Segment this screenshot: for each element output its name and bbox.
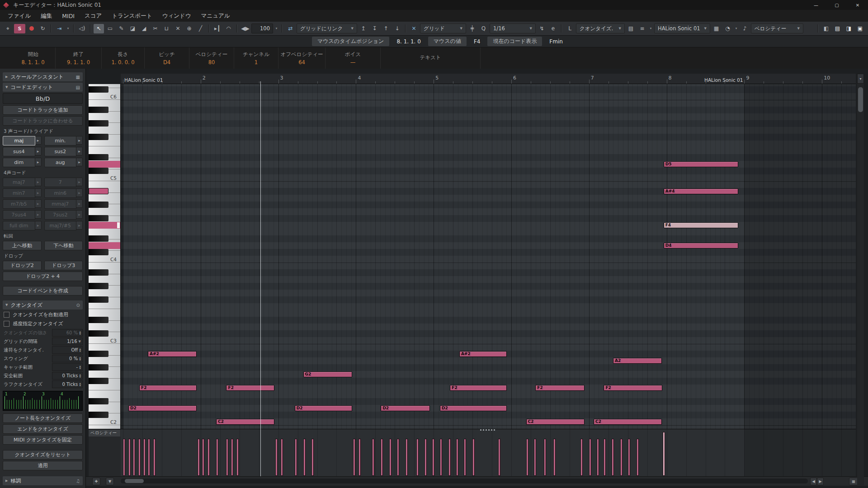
tetrad-full dim[interactable]: full dim bbox=[3, 221, 35, 230]
triad-aug[interactable]: aug bbox=[44, 158, 77, 167]
section-scale-assistant[interactable]: ▶ スケールアシスタント ▦ bbox=[3, 72, 83, 81]
white-key-B1[interactable] bbox=[89, 425, 120, 429]
lane-resize-handle[interactable] bbox=[480, 429, 496, 431]
tetrad-min7[interactable]: min7 bbox=[3, 188, 35, 198]
tetrad-arrow-full dim[interactable]: ▶ bbox=[35, 221, 42, 230]
tetrad-maj7/#5[interactable]: maj7/#5 bbox=[44, 221, 77, 230]
velocity-bar[interactable] bbox=[628, 439, 630, 476]
velocity-bar[interactable] bbox=[448, 439, 451, 476]
iterative-quantize-icon[interactable]: e bbox=[548, 24, 558, 33]
transpose-down-icon[interactable]: ↧ bbox=[369, 24, 380, 33]
tetrad-arrow-mmaj7[interactable]: ▶ bbox=[76, 199, 83, 208]
quantize-row-2[interactable]: 連符をクオンタイ.Off▲▼ bbox=[3, 346, 83, 354]
velocity-bar[interactable] bbox=[544, 439, 546, 476]
add-chord-track-button[interactable]: コードトラックを追加 bbox=[3, 105, 83, 115]
dropdown-caret-icon[interactable]: ▾ bbox=[66, 27, 71, 30]
midi-note-C2[interactable]: C2 bbox=[216, 419, 274, 425]
line-tool[interactable]: ╱ bbox=[195, 24, 206, 33]
quantize-row-0[interactable]: クオンタイズの強さ60 %▲▼ bbox=[3, 329, 83, 337]
quantize-value-2[interactable]: Off▲▼ bbox=[52, 346, 83, 354]
velocity-bar[interactable] bbox=[534, 439, 536, 476]
tetrad-mmaj7[interactable]: mmaj7 bbox=[44, 199, 77, 209]
setup-window-layout-icon[interactable]: ▣ bbox=[855, 24, 865, 33]
velocity-bar[interactable] bbox=[464, 439, 466, 476]
iterative-quantize-row[interactable]: 感度指定クオンタイズ bbox=[3, 320, 83, 328]
auto-scroll-icon[interactable]: ▸┃ bbox=[212, 24, 222, 33]
vertical-scrollbar-thumb[interactable] bbox=[858, 87, 863, 112]
triad-arrow-aug[interactable]: ▶ bbox=[76, 158, 83, 166]
quantize-row-4[interactable]: キャッチ範囲-▲▼ bbox=[3, 363, 83, 371]
black-key[interactable] bbox=[89, 188, 108, 194]
section-chord-edit[interactable]: ▼ コードエディット ▤ bbox=[3, 83, 83, 92]
menu-item-4[interactable]: トランスポート bbox=[107, 12, 157, 20]
tetrad-arrow-min6[interactable]: ▶ bbox=[76, 188, 83, 197]
draw-tool[interactable]: ✎ bbox=[116, 24, 127, 33]
velocity-lane[interactable] bbox=[121, 429, 856, 477]
midi-note-D2[interactable]: D2 bbox=[128, 405, 197, 411]
auto-apply-quantize-row[interactable]: クオンタイズを自動適用 bbox=[3, 311, 83, 319]
midi-note-D4[interactable]: D4 bbox=[664, 243, 738, 249]
triad-maj[interactable]: maj bbox=[3, 136, 35, 145]
menu-item-3[interactable]: スコア bbox=[80, 12, 107, 20]
tetrad-maj7[interactable]: maj7 bbox=[3, 178, 35, 187]
quantize-preset-select[interactable]: 1/16▼ bbox=[490, 23, 536, 33]
note-info-field-5[interactable]: チャンネル1 bbox=[234, 47, 278, 69]
velocity-bar[interactable] bbox=[359, 439, 361, 476]
drop-ドロップ3[interactable]: ドロップ3 bbox=[44, 261, 83, 270]
right-zone-toggle[interactable]: ◨ bbox=[844, 24, 854, 33]
triad-arrow-sus2[interactable]: ▶ bbox=[76, 147, 83, 155]
quantize-button-2[interactable]: MIDI クオンタイズを固定 bbox=[3, 435, 83, 445]
stepper-icon[interactable]: ▲▼ bbox=[79, 331, 81, 335]
match-chord-track-button[interactable]: コードトラックに合わせる bbox=[3, 116, 83, 126]
dropdown-caret-icon[interactable]: ▾ bbox=[648, 27, 653, 30]
black-key[interactable] bbox=[89, 296, 108, 303]
section-quantize[interactable]: ▼ クオンタイズ ⊙ bbox=[3, 300, 83, 310]
velocity-bar[interactable] bbox=[128, 439, 131, 476]
lane-preset-caret[interactable]: ▼ bbox=[106, 478, 114, 485]
snap-offset-icon[interactable]: ╪ bbox=[467, 24, 477, 33]
record-button[interactable] bbox=[26, 24, 37, 33]
close-button[interactable]: ✕ bbox=[847, 0, 868, 10]
section-transpose[interactable]: ▶ 移調 ♫ bbox=[3, 476, 83, 485]
velocity-bar[interactable] bbox=[612, 439, 614, 476]
stepper-icon[interactable]: ▲▼ bbox=[79, 357, 81, 361]
triad-sus2[interactable]: sus2 bbox=[44, 147, 77, 156]
horizontal-scrollbar[interactable] bbox=[121, 479, 808, 483]
nudge-value[interactable]: 100 bbox=[251, 23, 273, 33]
note-info-field-1[interactable]: 終了9. 1. 1. 0 bbox=[56, 47, 102, 69]
black-key[interactable] bbox=[89, 168, 108, 174]
midi-note-F2[interactable]: F2 bbox=[226, 385, 274, 391]
inversion-上へ移動[interactable]: 上へ移動 bbox=[3, 241, 42, 250]
mute-tool[interactable]: ✕ bbox=[173, 24, 183, 33]
maximize-button[interactable]: ▢ bbox=[826, 0, 847, 10]
velocity-bar[interactable] bbox=[389, 439, 392, 476]
triad-arrow-maj[interactable]: ▶ bbox=[35, 136, 42, 145]
velocity-bar[interactable] bbox=[281, 439, 283, 476]
midi-note-D2[interactable]: D2 bbox=[295, 405, 352, 411]
velocity-bar[interactable] bbox=[456, 439, 458, 476]
stepper-icon[interactable]: ▲▼ bbox=[79, 365, 81, 370]
black-key[interactable] bbox=[89, 134, 108, 140]
black-key[interactable] bbox=[89, 364, 108, 371]
zoom-preset-button[interactable]: ▦ bbox=[849, 478, 858, 485]
note-info-field-6[interactable]: オフベロシティー64 bbox=[278, 47, 326, 69]
tetrad-7sus4[interactable]: 7sus4 bbox=[3, 210, 35, 220]
velocity-bar[interactable] bbox=[226, 439, 228, 476]
velocity-bar[interactable] bbox=[397, 439, 399, 476]
stepper-icon[interactable]: ▲▼ bbox=[79, 348, 81, 352]
black-key[interactable] bbox=[89, 317, 108, 323]
velocity-bar[interactable] bbox=[440, 439, 442, 476]
tetrad-m7/b5[interactable]: m7/b5 bbox=[3, 199, 35, 209]
velocity-bar[interactable] bbox=[148, 439, 150, 476]
velocity-bar[interactable] bbox=[153, 439, 156, 476]
velocity-bar[interactable] bbox=[620, 439, 623, 476]
velocity-bar[interactable] bbox=[303, 439, 306, 476]
quantize-value-3[interactable]: 0 %▲▼ bbox=[52, 355, 83, 362]
stepper-icon[interactable]: ▲▼ bbox=[79, 374, 81, 378]
quantize-value-1[interactable]: 1/16▼ bbox=[52, 338, 83, 345]
midi-note-C2[interactable]: C2 bbox=[526, 419, 585, 425]
auto-apply-checkbox[interactable] bbox=[4, 312, 9, 318]
tetrad-arrow-maj7/#5[interactable]: ▶ bbox=[76, 221, 83, 230]
time-format-icon[interactable]: ◔ bbox=[722, 24, 733, 33]
acoustic-feedback-icon[interactable]: ◁) bbox=[77, 24, 87, 33]
